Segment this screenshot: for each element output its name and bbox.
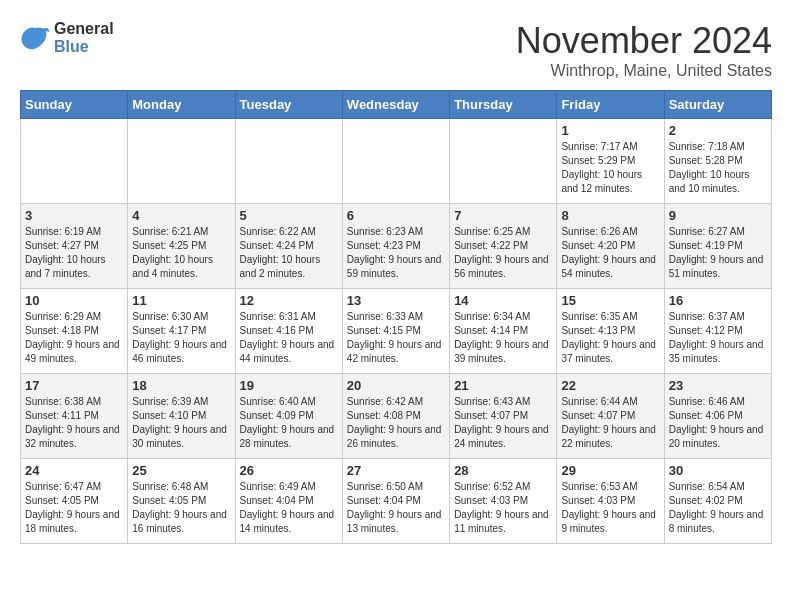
day-number: 26 bbox=[240, 463, 338, 478]
logo-text: General Blue bbox=[54, 20, 114, 56]
calendar-cell: 19Sunrise: 6:40 AMSunset: 4:09 PMDayligh… bbox=[235, 374, 342, 459]
calendar-cell: 16Sunrise: 6:37 AMSunset: 4:12 PMDayligh… bbox=[664, 289, 771, 374]
calendar-cell: 13Sunrise: 6:33 AMSunset: 4:15 PMDayligh… bbox=[342, 289, 449, 374]
calendar-cell bbox=[235, 119, 342, 204]
day-number: 19 bbox=[240, 378, 338, 393]
day-info: Sunrise: 6:37 AMSunset: 4:12 PMDaylight:… bbox=[669, 310, 767, 366]
logo: General Blue bbox=[20, 20, 114, 56]
calendar-cell bbox=[128, 119, 235, 204]
calendar-cell: 21Sunrise: 6:43 AMSunset: 4:07 PMDayligh… bbox=[450, 374, 557, 459]
day-info: Sunrise: 6:25 AMSunset: 4:22 PMDaylight:… bbox=[454, 225, 552, 281]
day-number: 22 bbox=[561, 378, 659, 393]
day-info: Sunrise: 6:29 AMSunset: 4:18 PMDaylight:… bbox=[25, 310, 123, 366]
calendar-cell bbox=[342, 119, 449, 204]
day-info: Sunrise: 6:27 AMSunset: 4:19 PMDaylight:… bbox=[669, 225, 767, 281]
calendar-cell: 20Sunrise: 6:42 AMSunset: 4:08 PMDayligh… bbox=[342, 374, 449, 459]
month-title: November 2024 bbox=[516, 20, 772, 62]
calendar-cell: 22Sunrise: 6:44 AMSunset: 4:07 PMDayligh… bbox=[557, 374, 664, 459]
day-number: 6 bbox=[347, 208, 445, 223]
week-row-3: 10Sunrise: 6:29 AMSunset: 4:18 PMDayligh… bbox=[21, 289, 772, 374]
day-info: Sunrise: 6:47 AMSunset: 4:05 PMDaylight:… bbox=[25, 480, 123, 536]
calendar-cell: 24Sunrise: 6:47 AMSunset: 4:05 PMDayligh… bbox=[21, 459, 128, 544]
calendar-cell: 29Sunrise: 6:53 AMSunset: 4:03 PMDayligh… bbox=[557, 459, 664, 544]
day-number: 16 bbox=[669, 293, 767, 308]
calendar-cell: 10Sunrise: 6:29 AMSunset: 4:18 PMDayligh… bbox=[21, 289, 128, 374]
weekday-header-saturday: Saturday bbox=[664, 91, 771, 119]
calendar-cell: 5Sunrise: 6:22 AMSunset: 4:24 PMDaylight… bbox=[235, 204, 342, 289]
weekday-header-row: SundayMondayTuesdayWednesdayThursdayFrid… bbox=[21, 91, 772, 119]
calendar-cell bbox=[450, 119, 557, 204]
logo-bird-icon bbox=[20, 24, 50, 52]
weekday-header-tuesday: Tuesday bbox=[235, 91, 342, 119]
day-info: Sunrise: 6:54 AMSunset: 4:02 PMDaylight:… bbox=[669, 480, 767, 536]
day-info: Sunrise: 6:39 AMSunset: 4:10 PMDaylight:… bbox=[132, 395, 230, 451]
day-number: 20 bbox=[347, 378, 445, 393]
day-info: Sunrise: 6:50 AMSunset: 4:04 PMDaylight:… bbox=[347, 480, 445, 536]
day-number: 12 bbox=[240, 293, 338, 308]
day-number: 7 bbox=[454, 208, 552, 223]
weekday-header-friday: Friday bbox=[557, 91, 664, 119]
day-info: Sunrise: 6:33 AMSunset: 4:15 PMDaylight:… bbox=[347, 310, 445, 366]
day-number: 25 bbox=[132, 463, 230, 478]
weekday-header-monday: Monday bbox=[128, 91, 235, 119]
week-row-2: 3Sunrise: 6:19 AMSunset: 4:27 PMDaylight… bbox=[21, 204, 772, 289]
day-number: 3 bbox=[25, 208, 123, 223]
day-number: 1 bbox=[561, 123, 659, 138]
day-info: Sunrise: 6:22 AMSunset: 4:24 PMDaylight:… bbox=[240, 225, 338, 281]
day-number: 28 bbox=[454, 463, 552, 478]
location-title: Winthrop, Maine, United States bbox=[516, 62, 772, 80]
calendar-cell: 25Sunrise: 6:48 AMSunset: 4:05 PMDayligh… bbox=[128, 459, 235, 544]
day-info: Sunrise: 6:26 AMSunset: 4:20 PMDaylight:… bbox=[561, 225, 659, 281]
day-number: 30 bbox=[669, 463, 767, 478]
calendar-table: SundayMondayTuesdayWednesdayThursdayFrid… bbox=[20, 90, 772, 544]
day-number: 23 bbox=[669, 378, 767, 393]
weekday-header-sunday: Sunday bbox=[21, 91, 128, 119]
day-info: Sunrise: 6:21 AMSunset: 4:25 PMDaylight:… bbox=[132, 225, 230, 281]
calendar-cell: 1Sunrise: 7:17 AMSunset: 5:29 PMDaylight… bbox=[557, 119, 664, 204]
day-info: Sunrise: 6:44 AMSunset: 4:07 PMDaylight:… bbox=[561, 395, 659, 451]
header: General Blue November 2024 Winthrop, Mai… bbox=[20, 20, 772, 80]
calendar-cell: 28Sunrise: 6:52 AMSunset: 4:03 PMDayligh… bbox=[450, 459, 557, 544]
day-number: 18 bbox=[132, 378, 230, 393]
calendar-cell: 8Sunrise: 6:26 AMSunset: 4:20 PMDaylight… bbox=[557, 204, 664, 289]
calendar-cell: 17Sunrise: 6:38 AMSunset: 4:11 PMDayligh… bbox=[21, 374, 128, 459]
week-row-4: 17Sunrise: 6:38 AMSunset: 4:11 PMDayligh… bbox=[21, 374, 772, 459]
day-info: Sunrise: 6:43 AMSunset: 4:07 PMDaylight:… bbox=[454, 395, 552, 451]
calendar-cell: 12Sunrise: 6:31 AMSunset: 4:16 PMDayligh… bbox=[235, 289, 342, 374]
day-number: 2 bbox=[669, 123, 767, 138]
day-info: Sunrise: 6:46 AMSunset: 4:06 PMDaylight:… bbox=[669, 395, 767, 451]
day-info: Sunrise: 6:48 AMSunset: 4:05 PMDaylight:… bbox=[132, 480, 230, 536]
day-number: 14 bbox=[454, 293, 552, 308]
day-number: 8 bbox=[561, 208, 659, 223]
day-number: 10 bbox=[25, 293, 123, 308]
calendar-cell: 15Sunrise: 6:35 AMSunset: 4:13 PMDayligh… bbox=[557, 289, 664, 374]
day-info: Sunrise: 6:40 AMSunset: 4:09 PMDaylight:… bbox=[240, 395, 338, 451]
day-number: 5 bbox=[240, 208, 338, 223]
title-area: November 2024 Winthrop, Maine, United St… bbox=[516, 20, 772, 80]
day-info: Sunrise: 6:23 AMSunset: 4:23 PMDaylight:… bbox=[347, 225, 445, 281]
calendar-cell: 6Sunrise: 6:23 AMSunset: 4:23 PMDaylight… bbox=[342, 204, 449, 289]
day-info: Sunrise: 6:34 AMSunset: 4:14 PMDaylight:… bbox=[454, 310, 552, 366]
day-number: 17 bbox=[25, 378, 123, 393]
week-row-5: 24Sunrise: 6:47 AMSunset: 4:05 PMDayligh… bbox=[21, 459, 772, 544]
calendar-cell: 7Sunrise: 6:25 AMSunset: 4:22 PMDaylight… bbox=[450, 204, 557, 289]
day-number: 13 bbox=[347, 293, 445, 308]
calendar-cell: 27Sunrise: 6:50 AMSunset: 4:04 PMDayligh… bbox=[342, 459, 449, 544]
day-number: 9 bbox=[669, 208, 767, 223]
week-row-1: 1Sunrise: 7:17 AMSunset: 5:29 PMDaylight… bbox=[21, 119, 772, 204]
day-info: Sunrise: 6:31 AMSunset: 4:16 PMDaylight:… bbox=[240, 310, 338, 366]
day-number: 24 bbox=[25, 463, 123, 478]
day-info: Sunrise: 6:30 AMSunset: 4:17 PMDaylight:… bbox=[132, 310, 230, 366]
calendar-cell: 11Sunrise: 6:30 AMSunset: 4:17 PMDayligh… bbox=[128, 289, 235, 374]
day-info: Sunrise: 6:19 AMSunset: 4:27 PMDaylight:… bbox=[25, 225, 123, 281]
weekday-header-wednesday: Wednesday bbox=[342, 91, 449, 119]
day-info: Sunrise: 6:42 AMSunset: 4:08 PMDaylight:… bbox=[347, 395, 445, 451]
calendar-cell: 9Sunrise: 6:27 AMSunset: 4:19 PMDaylight… bbox=[664, 204, 771, 289]
calendar-cell: 18Sunrise: 6:39 AMSunset: 4:10 PMDayligh… bbox=[128, 374, 235, 459]
day-number: 11 bbox=[132, 293, 230, 308]
day-info: Sunrise: 7:18 AMSunset: 5:28 PMDaylight:… bbox=[669, 140, 767, 196]
weekday-header-thursday: Thursday bbox=[450, 91, 557, 119]
calendar-cell: 4Sunrise: 6:21 AMSunset: 4:25 PMDaylight… bbox=[128, 204, 235, 289]
day-info: Sunrise: 6:53 AMSunset: 4:03 PMDaylight:… bbox=[561, 480, 659, 536]
day-info: Sunrise: 6:35 AMSunset: 4:13 PMDaylight:… bbox=[561, 310, 659, 366]
